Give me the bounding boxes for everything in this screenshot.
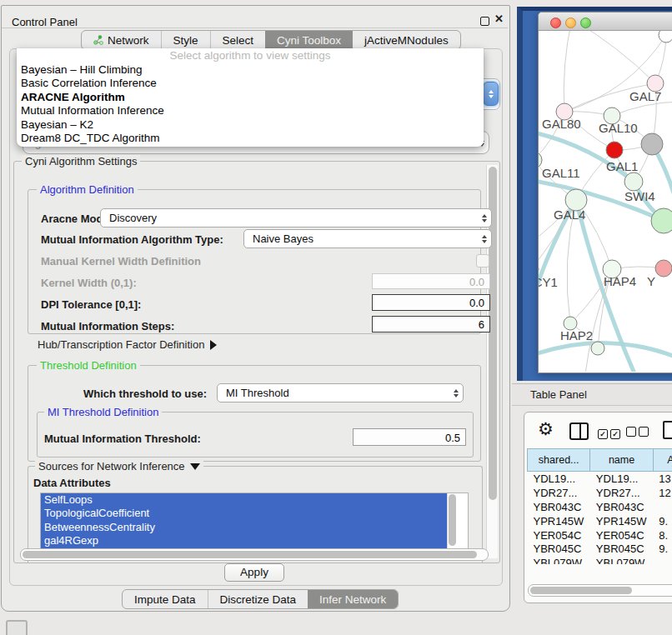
table-row[interactable]: YDL19...YDL19...13 <box>528 472 672 486</box>
document-icon[interactable] <box>663 421 672 439</box>
mi-steps-field[interactable]: 6 <box>372 316 490 332</box>
dpi-tolerance-label: DPI Tolerance [0,1]: <box>41 298 141 311</box>
network-icon <box>93 35 103 45</box>
table-row[interactable]: YPR145WYPR145W9. <box>528 514 672 528</box>
node-label: HAP4 <box>604 274 636 288</box>
data-attribute-item[interactable]: BetweennessCentrality <box>41 521 457 534</box>
tab-discretize-data[interactable]: Discretize Data <box>208 590 308 608</box>
cyni-algorithm-settings-group: Cyni Algorithm Settings Algorithm Defini… <box>13 161 500 563</box>
algorithm-option[interactable]: Mutual Information Inference <box>17 104 484 118</box>
algorithm-option-list: Bayesian – Hill ClimbingBasic Correlatio… <box>17 63 484 145</box>
network-node[interactable] <box>591 342 604 355</box>
network-edge[interactable] <box>612 102 672 116</box>
algorithm-option[interactable]: ARACNE Algorithm <box>17 91 484 104</box>
which-threshold-combo[interactable]: MI Threshold <box>217 383 464 402</box>
titlebar-divider <box>2 28 508 28</box>
table-row[interactable]: YBR043CYBR043C <box>528 500 672 514</box>
tab-cyni-toolbox[interactable]: Cyni Toolbox <box>265 31 353 49</box>
settings-horizontal-scrollbar[interactable] <box>20 548 489 561</box>
node-label: Y <box>647 274 655 288</box>
algorithm-dropdown-popup: Select algorithm to view settings Bayesi… <box>17 48 484 147</box>
table-column-header[interactable]: shared... <box>528 449 590 472</box>
kernel-width-field[interactable]: 0.0 <box>372 273 490 289</box>
algorithm-option[interactable]: Dream8 DC_TDC Algorithm <box>17 132 484 145</box>
attributes-vertical-scrollbar[interactable] <box>447 493 458 548</box>
mi-threshold-label: Mutual Information Threshold: <box>44 432 201 445</box>
mi-threshold-field[interactable]: 0.5 <box>353 428 466 446</box>
data-attributes-label: Data Attributes <box>33 477 111 489</box>
settings-horizontal-scrollbar-thumb[interactable] <box>23 551 477 558</box>
collapse-arrow-icon <box>190 463 200 470</box>
zoom-traffic-light[interactable] <box>580 18 591 28</box>
node-label: GCY1 <box>539 275 558 289</box>
apply-button[interactable]: Apply <box>224 563 284 582</box>
table-horizontal-scrollbar-thumb[interactable] <box>530 587 632 594</box>
screen: Control Panel ✕ Network Style Select Cyn… <box>0 0 672 635</box>
bottom-tabbar: Impute Data Discretize Data Infer Networ… <box>122 589 399 609</box>
dpi-tolerance-field[interactable]: 0.0 <box>372 294 490 311</box>
table-column-header[interactable]: name <box>590 449 653 472</box>
network-edge[interactable] <box>539 342 672 360</box>
data-attribute-item[interactable]: SelfLoops <box>41 493 457 507</box>
minimize-traffic-light[interactable] <box>565 18 576 28</box>
mi-steps-label: Mutual Information Steps: <box>41 320 174 332</box>
tab-impute-data[interactable]: Impute Data <box>123 590 208 608</box>
manual-kernel-checkbox[interactable] <box>476 254 489 268</box>
algorithm-definition-title: Algorithm Definition <box>37 183 138 196</box>
network-edge[interactable] <box>572 31 655 83</box>
select-all-checkboxes-icon[interactable]: ✓✓ <box>598 425 623 440</box>
data-attribute-item[interactable]: gal4RGexp <box>41 534 457 548</box>
combo-spinner-focused[interactable] <box>483 82 499 106</box>
network-node-SWI4[interactable] <box>624 172 643 191</box>
float-window-icon[interactable] <box>480 17 489 26</box>
settings-group-title: Cyni Algorithm Settings <box>22 155 140 168</box>
table-settings-gear-icon[interactable]: ⚙ <box>538 419 554 439</box>
algorithm-option[interactable]: Basic Correlation Inference <box>17 77 484 90</box>
tab-network[interactable]: Network <box>82 31 161 49</box>
hub-definition-expander[interactable]: Hub/Transcription Factor Definition <box>38 338 217 351</box>
aracne-mode-combo[interactable]: Discovery <box>100 208 492 228</box>
network-node[interactable] <box>641 133 663 155</box>
table-row[interactable]: YDR27...YDR27...12 <box>528 486 672 500</box>
tab-style[interactable]: Style <box>161 31 210 49</box>
close-icon[interactable]: ✕ <box>494 12 504 25</box>
mi-type-combo[interactable]: Naive Bayes <box>243 229 492 248</box>
algorithm-option[interactable]: Bayesian – Hill Climbing <box>17 63 484 77</box>
table-row[interactable]: YBL079WYBL079W <box>528 556 672 564</box>
network-node-Y[interactable] <box>655 260 672 277</box>
close-traffic-light[interactable] <box>550 18 561 28</box>
popup-placeholder: Select algorithm to view settings <box>17 48 484 63</box>
network-node-GAL1[interactable] <box>606 142 623 158</box>
which-threshold-label: Which threshold to use: <box>83 388 207 400</box>
table-row[interactable]: YER054CYER054C8. <box>528 528 672 542</box>
node-label: HAP2 <box>560 328 593 342</box>
column-layout-icon[interactable] <box>569 422 589 440</box>
data-attribute-item[interactable]: TopologicalCoefficient <box>41 507 457 520</box>
table-horizontal-scrollbar[interactable] <box>528 584 672 597</box>
network-edge[interactable] <box>564 31 572 112</box>
node-label: GAL10 <box>599 121 638 135</box>
control-panel-window: Control Panel ✕ Network Style Select Cyn… <box>1 5 510 612</box>
table-row[interactable]: YBR045CYBR045C9. <box>528 542 672 556</box>
tab-select[interactable]: Select <box>210 31 266 49</box>
data-attributes-list[interactable]: SelfLoopsTopologicalCoefficientBetweenne… <box>40 492 469 549</box>
network-window-titlebar[interactable] <box>539 12 672 31</box>
mi-type-label: Mutual Information Algorithm Type: <box>41 233 223 246</box>
kernel-width-label: Kernel Width (0,1): <box>41 277 137 289</box>
deselect-all-checkboxes-icon[interactable] <box>626 425 651 440</box>
network-canvas[interactable]: GAL7GAL80GAL10GAL1SWI4GAL11GAL4GCY1HAP4Y… <box>539 31 672 372</box>
tab-jactivemnodules[interactable]: jActiveMNodules <box>353 31 460 49</box>
algorithm-option[interactable]: Bayesian – K2 <box>17 118 484 132</box>
sources-group-title[interactable]: Sources for Network Inference <box>35 460 203 472</box>
network-node[interactable] <box>659 31 672 42</box>
table-panel-title: Table Panel <box>530 388 587 401</box>
minimized-panel-chip[interactable] <box>6 620 28 635</box>
threshold-definition-title: Threshold Definition <box>37 359 140 372</box>
node-label: GAL11 <box>542 166 580 180</box>
table-panel-header: Table Panel <box>512 383 672 406</box>
mi-threshold-definition-title: MI Threshold Definition <box>44 406 162 418</box>
tab-infer-network[interactable]: Infer Network <box>308 590 398 608</box>
table-column-header[interactable]: A <box>653 449 672 472</box>
network-node[interactable] <box>651 208 672 233</box>
network-view-window: GAL7GAL80GAL10GAL1SWI4GAL11GAL4GCY1HAP4Y… <box>538 12 672 373</box>
